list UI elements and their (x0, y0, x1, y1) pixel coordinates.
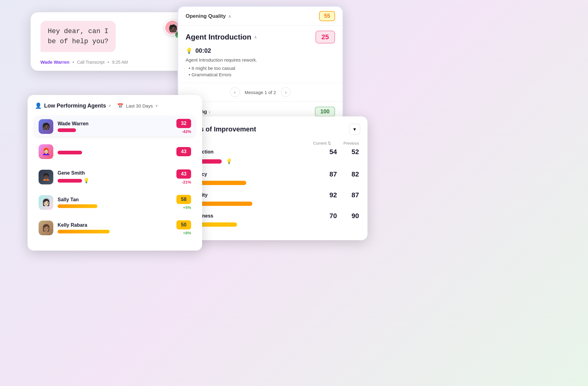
date-filter-button[interactable]: 📅 Last 30 Days ∨ (117, 103, 158, 109)
greeting-score-badge: 100 (315, 107, 335, 117)
agent-score-wade: 32 -42% (173, 119, 191, 134)
bullet-item: It might be too casual (189, 65, 335, 71)
bulb-icon-introduction: 💡 (226, 158, 232, 164)
agent-avatar-wade: 🧑🏿 (39, 119, 53, 134)
calendar-icon: 📅 (117, 103, 123, 109)
agent-row-gene-smith[interactable]: 🧑🏿‍🦱 Gene Smith 💡 43 -21% (35, 167, 195, 187)
chat-card: Hey dear, can I be of help you? 🧑🏿 📞 Wad… (31, 12, 190, 71)
score-change-sally: +5% (183, 205, 191, 210)
col-current-label: Current (313, 141, 326, 146)
score-badge-sally: 58 (176, 195, 191, 204)
metric-previous-flexibility: 87 (350, 191, 360, 199)
agent-avatar-kelly: 👩🏽 (39, 221, 53, 235)
score-change-gene: -21% (182, 180, 191, 184)
metric-values-introduction: 54 52 (328, 148, 360, 156)
improvement-header: Areas of Improvement ▼ (185, 124, 360, 135)
agents-title-button[interactable]: 👤 Low Performing Agents ∨ (35, 102, 111, 109)
date-chevron: ∨ (155, 104, 158, 108)
agent-info-unknown (58, 149, 168, 154)
metric-row-header: Introduction 54 52 (185, 148, 360, 156)
intro-title: Agent Introduction (186, 33, 251, 41)
col-current-header: Current ⇅ (313, 141, 331, 146)
metrics-columns-header: Current ⇅ Previous (185, 141, 360, 146)
chat-line2: be of help you? (48, 38, 108, 45)
main-container: Hey dear, can I be of help you? 🧑🏿 📞 Wad… (0, 0, 588, 386)
metric-values-flexibility: 92 87 (328, 191, 360, 199)
agent-name-gene: Gene Smith (58, 170, 168, 176)
metric-bar-container: 💡 (185, 158, 360, 164)
call-type-text: Call Transcript (77, 60, 104, 65)
agent-score-kelly: 50 +8% (173, 220, 191, 235)
timestamp-text: 00:02 (195, 47, 211, 54)
intro-bullets-list: It might be too casual Grammatical Error… (186, 65, 335, 78)
metric-values-accuracy: 87 82 (328, 170, 360, 178)
date-label: Last 30 Days (126, 103, 153, 108)
improvement-card: Areas of Improvement ▼ Current ⇅ Previou… (178, 116, 368, 240)
agent-intro-card: Opening Quality ∧ 55 Agent Introduction … (178, 6, 343, 122)
metric-row-header: Promptness 70 90 (185, 212, 360, 220)
greeting-chevron[interactable]: › (209, 109, 210, 114)
intro-timestamp: 💡 00:02 (186, 47, 335, 54)
chat-time: 9:25 AM (112, 60, 128, 65)
metric-row-header: Flexibility 92 87 (185, 191, 360, 199)
intro-description: Agent Introduction requires rework. (186, 57, 335, 62)
agents-header: 👤 Low Performing Agents ∨ 📅 Last 30 Days… (35, 102, 195, 109)
chat-meta: Wade Warren • Call Transcript • 9:25 AM (40, 59, 180, 65)
col-previous-label: Previous (343, 141, 359, 146)
metric-previous-accuracy: 82 (350, 170, 360, 178)
sort-icon[interactable]: ⇅ (328, 141, 331, 146)
metric-row-flexibility: Flexibility 92 87 (185, 191, 360, 206)
message-nav: ‹ Message 1 of 2 › (178, 83, 342, 101)
agent-row-wade-warren[interactable]: 🧑🏿 Wade Warren 32 -42% (35, 116, 195, 136)
opening-quality-title: Opening Quality (186, 13, 226, 19)
agent-info-sally: Sally Tan (58, 197, 168, 208)
metric-current-accuracy: 87 (328, 170, 338, 178)
prev-message-btn[interactable]: ‹ (230, 87, 240, 97)
agents-card-title: Low Performing Agents (44, 103, 106, 109)
chat-meta-dot: • (107, 60, 109, 65)
chat-bubble: Hey dear, can I be of help you? (40, 21, 116, 52)
filter-icon: ▼ (352, 127, 357, 132)
opening-quality-score: 55 (319, 11, 335, 21)
agents-card: 👤 Low Performing Agents ∨ 📅 Last 30 Days… (28, 95, 202, 251)
metric-bar-container (185, 222, 360, 227)
agent-info-wade: Wade Warren (58, 121, 168, 132)
metric-row-promptness: Promptness 70 90 (185, 212, 360, 227)
score-change-wade: -42% (182, 129, 191, 134)
chat-meta-separator: • (73, 60, 74, 65)
agents-title-chevron: ∨ (108, 104, 111, 108)
agent-name-wade: Wade Warren (58, 121, 168, 127)
metric-bar-container (185, 181, 360, 185)
next-message-btn[interactable]: › (281, 87, 291, 97)
score-badge-unknown: 43 (176, 147, 191, 156)
message-counter: Message 1 of 2 (245, 90, 276, 95)
bulb-icon: 💡 (186, 47, 192, 54)
agent-avatar-unknown: 👩🏻‍🦰 (39, 144, 53, 159)
metric-current-introduction: 54 (328, 148, 338, 156)
intro-header: Agent Introduction ∧ 25 (178, 26, 342, 47)
intro-score-badge: 25 (315, 31, 335, 44)
metric-row-accuracy: Accuracy 87 82 (185, 170, 360, 185)
filter-button[interactable]: ▼ (349, 124, 360, 135)
metric-current-promptness: 70 (328, 212, 338, 220)
agent-bar-gene (58, 179, 82, 183)
agent-score-gene: 43 -21% (173, 169, 191, 184)
score-change-kelly: +8% (183, 231, 191, 235)
agent-name-link[interactable]: Wade Warren (40, 59, 70, 65)
agent-avatar-sally: 👩🏻 (39, 195, 53, 210)
metric-row-introduction: Introduction 54 52 💡 (185, 148, 360, 164)
agent-bar-unknown (58, 151, 82, 154)
chat-line1: Hey dear, can I (48, 28, 108, 35)
bulb-icon-gene: 💡 (83, 178, 89, 184)
opening-quality-bar: Opening Quality ∧ 55 (178, 7, 342, 26)
person-icon: 👤 (35, 102, 42, 109)
metric-values-promptness: 70 90 (328, 212, 360, 220)
agent-row-sally-tan[interactable]: 👩🏻 Sally Tan 58 +5% (35, 192, 195, 212)
metric-previous-promptness: 90 (350, 212, 360, 220)
score-badge-wade: 32 (176, 119, 191, 128)
agent-name-kelly: Kelly Rabara (58, 222, 168, 228)
agent-row-kelly-rabara[interactable]: 👩🏽 Kelly Rabara 50 +8% (35, 218, 195, 238)
intro-title-chevron[interactable]: ∧ (254, 35, 257, 40)
opening-quality-chevron[interactable]: ∧ (228, 14, 231, 19)
agent-row-unknown[interactable]: 👩🏻‍🦰 43 (35, 142, 195, 161)
